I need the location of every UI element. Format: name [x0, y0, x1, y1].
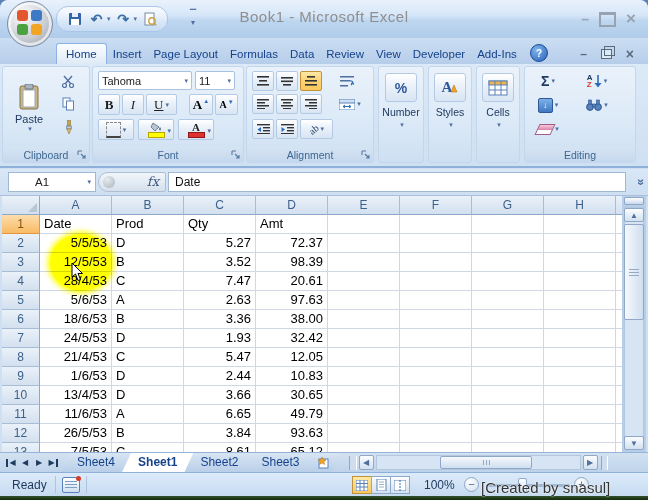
cell-B7[interactable]: D: [112, 329, 184, 348]
cell-D2[interactable]: 72.37: [256, 234, 328, 253]
vertical-scroll-thumb[interactable]: [624, 224, 644, 320]
tab-formulas[interactable]: Formulas: [224, 44, 284, 64]
cell-B13[interactable]: C: [112, 443, 184, 452]
cell-A9[interactable]: 1/6/53: [40, 367, 112, 386]
cell-F8[interactable]: [400, 348, 472, 367]
row-header-2[interactable]: 2: [2, 234, 40, 253]
name-box[interactable]: A1▾: [8, 172, 96, 192]
paste-dropdown-icon[interactable]: ▾: [28, 125, 32, 133]
sheet-tab-sheet4[interactable]: Sheet4: [61, 453, 131, 472]
cell-G12[interactable]: [472, 424, 544, 443]
cell-C6[interactable]: 3.36: [184, 310, 256, 329]
tab-page-layout[interactable]: Page Layout: [147, 44, 224, 64]
sheet-tab-sheet1[interactable]: Sheet1: [122, 453, 193, 472]
cell-E10[interactable]: [328, 386, 400, 405]
fill-color-button[interactable]: ▾: [138, 119, 174, 140]
close-icon[interactable]: ×: [626, 9, 636, 29]
cell-A1[interactable]: Date: [40, 215, 112, 234]
undo-icon[interactable]: ↶: [87, 10, 106, 29]
scroll-down-icon[interactable]: ▼: [624, 436, 644, 450]
styles-button[interactable]: A Styles ▾: [429, 73, 471, 129]
cell-D3[interactable]: 98.39: [256, 253, 328, 272]
cell-C3[interactable]: 3.52: [184, 253, 256, 272]
sort-dropdown-icon[interactable]: ▾: [604, 77, 608, 85]
redo-icon[interactable]: ↷: [114, 10, 133, 29]
cell-C13[interactable]: 8.61: [184, 443, 256, 452]
cell-B3[interactable]: B: [112, 253, 184, 272]
cell-B2[interactable]: D: [112, 234, 184, 253]
macro-record-icon[interactable]: [62, 477, 80, 493]
row-header-13[interactable]: 13: [2, 443, 40, 452]
cell-D4[interactable]: 20.61: [256, 272, 328, 291]
cell-A10[interactable]: 13/4/53: [40, 386, 112, 405]
font-color-button[interactable]: A ▾: [178, 119, 214, 140]
col-header-A[interactable]: A: [40, 196, 112, 215]
cell-B4[interactable]: C: [112, 272, 184, 291]
row-header-1[interactable]: 1: [2, 215, 40, 234]
fill-button[interactable]: ↓▾: [531, 95, 565, 115]
cell-E13[interactable]: [328, 443, 400, 452]
hscroll-left-icon[interactable]: ◀: [359, 455, 374, 470]
sort-filter-button[interactable]: AZ ▾: [577, 71, 617, 91]
insert-function-button[interactable]: fx: [98, 172, 166, 192]
align-bottom-button[interactable]: [300, 71, 322, 91]
formula-bar-grip[interactable]: [103, 176, 115, 188]
cell-A6[interactable]: 18/6/53: [40, 310, 112, 329]
print-preview-icon[interactable]: [140, 10, 159, 29]
decrease-indent-button[interactable]: [252, 119, 274, 139]
cell-H11[interactable]: [544, 405, 616, 424]
cells-dropdown-icon[interactable]: ▾: [497, 121, 501, 129]
cell-B10[interactable]: D: [112, 386, 184, 405]
cell-D11[interactable]: 49.79: [256, 405, 328, 424]
grow-font-button[interactable]: A▲: [189, 94, 213, 115]
tab-insert[interactable]: Insert: [107, 44, 148, 64]
col-header-G[interactable]: G: [472, 196, 544, 215]
col-header-H[interactable]: H: [544, 196, 616, 215]
select-all-corner[interactable]: [2, 196, 40, 215]
tab-data[interactable]: Data: [284, 44, 320, 64]
row-header-9[interactable]: 9: [2, 367, 40, 386]
row-header-11[interactable]: 11: [2, 405, 40, 424]
cell-E2[interactable]: [328, 234, 400, 253]
row-header-6[interactable]: 6: [2, 310, 40, 329]
workbook-restore-icon[interactable]: [601, 49, 612, 59]
workbook-minimize-icon[interactable]: –: [580, 47, 587, 61]
row-header-5[interactable]: 5: [2, 291, 40, 310]
maximize-icon[interactable]: [599, 12, 616, 27]
cell-H6[interactable]: [544, 310, 616, 329]
cell-H1[interactable]: [544, 215, 616, 234]
row-header-10[interactable]: 10: [2, 386, 40, 405]
cell-G10[interactable]: [472, 386, 544, 405]
cell-C8[interactable]: 5.47: [184, 348, 256, 367]
clear-button[interactable]: ▾: [531, 119, 565, 139]
cell-G7[interactable]: [472, 329, 544, 348]
tab-view[interactable]: View: [370, 44, 407, 64]
cell-F4[interactable]: [400, 272, 472, 291]
last-sheet-icon[interactable]: ▶: [46, 456, 60, 470]
workbook-close-icon[interactable]: ×: [626, 46, 634, 62]
cell-E6[interactable]: [328, 310, 400, 329]
hscroll-right-icon[interactable]: ▶: [583, 455, 598, 470]
cell-D12[interactable]: 93.63: [256, 424, 328, 443]
col-header-F[interactable]: F: [400, 196, 472, 215]
align-center-button[interactable]: [276, 94, 298, 114]
cell-H3[interactable]: [544, 253, 616, 272]
vertical-split-handle[interactable]: [624, 197, 644, 205]
cell-F6[interactable]: [400, 310, 472, 329]
increase-indent-button[interactable]: [276, 119, 298, 139]
cell-H10[interactable]: [544, 386, 616, 405]
formula-input[interactable]: Date: [168, 172, 626, 192]
cell-F12[interactable]: [400, 424, 472, 443]
cell-E3[interactable]: [328, 253, 400, 272]
shrink-font-button[interactable]: A▼: [215, 94, 238, 115]
copy-button[interactable]: [57, 94, 79, 114]
next-sheet-icon[interactable]: ▶: [32, 456, 46, 470]
align-right-button[interactable]: [300, 94, 322, 114]
cell-D7[interactable]: 32.42: [256, 329, 328, 348]
cell-F13[interactable]: [400, 443, 472, 452]
first-sheet-icon[interactable]: ◀: [4, 456, 18, 470]
cell-C11[interactable]: 6.65: [184, 405, 256, 424]
cell-B5[interactable]: A: [112, 291, 184, 310]
cell-E9[interactable]: [328, 367, 400, 386]
font-dialog-launcher-icon[interactable]: [231, 150, 241, 160]
